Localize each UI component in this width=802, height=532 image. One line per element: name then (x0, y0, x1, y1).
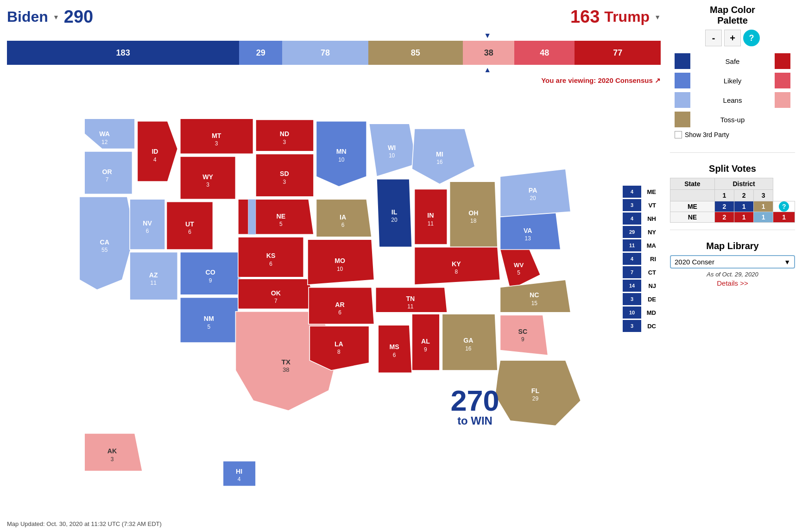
svg-text:SC: SC (518, 328, 528, 335)
ne-state-row-CT: 7 CT (623, 266, 656, 278)
right-panel: Map ColorPalette - + ? Safe Likely (661, 5, 795, 527)
svg-text:6: 6 (338, 309, 341, 316)
col-district: District (714, 178, 773, 190)
svg-text:6: 6 (393, 352, 396, 358)
show-3rd-party-checkbox[interactable] (675, 131, 682, 138)
ne-state-row-ME: 4 ME (623, 186, 656, 198)
bar-leans-rep: 38 (463, 41, 514, 65)
svg-text:6: 6 (341, 222, 345, 228)
viewing-label: You are viewing: 2020 Consensus ↗ (7, 76, 661, 85)
svg-text:4: 4 (153, 156, 157, 163)
svg-text:8: 8 (455, 269, 458, 275)
color-palette-section: Map ColorPalette - + ? Safe Likely (670, 5, 795, 145)
map-wrapper: WA 12 OR 7 CA 55 ID 4 NV 6 (7, 88, 661, 518)
svg-text:SD: SD (280, 170, 289, 177)
svg-text:WI: WI (388, 144, 396, 151)
svg-text:38: 38 (283, 366, 290, 373)
ne-state-box-NY: 29 (623, 226, 641, 238)
state-SC[interactable] (500, 315, 548, 355)
ne-state-row-DE: 3 DE (623, 293, 656, 305)
col-d2: 2 (734, 190, 753, 201)
svg-text:7: 7 (274, 298, 278, 304)
svg-text:OK: OK (271, 289, 281, 297)
legend-leans-row: Leans (675, 92, 790, 108)
svg-text:VA: VA (524, 227, 532, 234)
ne-state-label-VT: VT (643, 202, 656, 209)
svg-text:OH: OH (468, 209, 478, 217)
legend-safe-row: Safe (675, 53, 790, 69)
ne-state-box-MA: 11 (623, 239, 641, 251)
svg-text:AL: AL (421, 338, 430, 345)
ne-states-panel: 4 ME 3 VT 4 NH 29 NY 11 MA (623, 186, 656, 332)
biden-votes: 290 (64, 7, 93, 27)
col-d1: 1 (714, 190, 734, 201)
split-NE-d1: 1 (734, 212, 753, 223)
library-chevron-icon: ▼ (784, 258, 790, 266)
map-library-title: Map Library (670, 241, 795, 251)
col-d3: 3 (754, 190, 773, 201)
split-ME-total: 2 (714, 201, 734, 212)
ne-state-label-MA: MA (643, 242, 656, 249)
svg-text:3: 3 (206, 182, 209, 188)
legend-leans-dem (675, 92, 690, 108)
svg-text:FL: FL (531, 387, 540, 394)
legend-safe-rep (775, 53, 790, 69)
svg-text:AR: AR (335, 301, 344, 308)
svg-text:KY: KY (452, 260, 461, 268)
us-map[interactable]: WA 12 OR 7 CA 55 ID 4 NV 6 (7, 88, 661, 491)
split-state-ME: ME (670, 201, 715, 212)
svg-text:ND: ND (280, 130, 289, 138)
split-state-NE: NE (670, 212, 715, 223)
marker-270-bottom: ▲ (7, 66, 661, 74)
ne-state-label-NY: NY (643, 229, 656, 236)
svg-text:55: 55 (101, 247, 108, 253)
svg-text:10: 10 (338, 156, 345, 163)
trump-dropdown[interactable]: ▼ (654, 13, 661, 21)
svg-text:NC: NC (530, 291, 539, 299)
ne-state-box-DE: 3 (623, 293, 641, 305)
svg-text:TN: TN (406, 295, 415, 302)
svg-text:WA: WA (99, 130, 110, 138)
ne-state-row-RI: 4 RI (623, 253, 656, 265)
ne-state-row-NJ: 14 NJ (623, 280, 656, 292)
state-MI[interactable] (412, 129, 475, 184)
palette-help-btn[interactable]: ? (743, 30, 760, 46)
palette-plus-btn[interactable]: + (724, 30, 741, 46)
ne-state-row-NH: 4 NH (623, 213, 656, 225)
electoral-bar: ▼ 183 29 78 85 38 48 77 ▲ (7, 31, 661, 74)
split-ME-d3-help: ? (779, 201, 789, 212)
bar-leans-dem: 78 (282, 41, 368, 65)
legend-tossup-empty (775, 112, 790, 127)
split-ME-d1: 1 (734, 201, 753, 212)
ne-state-label-NJ: NJ (643, 282, 656, 289)
ne-state-box-ME: 4 (623, 186, 641, 198)
biden-dropdown[interactable]: ▼ (53, 13, 59, 21)
svg-text:10: 10 (337, 266, 343, 272)
legend-likely-row: Likely (675, 73, 790, 88)
svg-marker-26 (248, 199, 256, 234)
library-select[interactable]: 2020 Conser ▼ (670, 255, 795, 269)
divider-1 (670, 152, 795, 153)
svg-text:IL: IL (392, 208, 398, 216)
col-state: State (670, 178, 715, 190)
legend-safe-label: Safe (694, 57, 771, 65)
legend-leans-rep (775, 92, 790, 108)
svg-text:UT: UT (185, 220, 194, 228)
ne-state-box-MD: 10 (623, 307, 641, 319)
svg-text:20: 20 (530, 195, 536, 201)
svg-text:16: 16 (465, 345, 472, 352)
svg-text:NM: NM (204, 315, 214, 322)
library-details-link[interactable]: Details >> (670, 279, 795, 287)
legend-tossup-label: Toss-up (694, 116, 771, 124)
palette-controls: - + ? (670, 30, 795, 46)
ne-state-label-NH: NH (643, 215, 656, 222)
svg-text:AK: AK (107, 447, 117, 455)
palette-minus-btn[interactable]: - (705, 30, 722, 46)
ne-state-box-NJ: 14 (623, 280, 641, 292)
svg-text:3: 3 (215, 140, 218, 147)
svg-text:3: 3 (111, 456, 114, 463)
svg-text:MS: MS (389, 343, 399, 350)
svg-text:5: 5 (517, 269, 520, 276)
svg-text:IN: IN (427, 212, 434, 219)
marker-270-top: ▼ (7, 31, 661, 40)
